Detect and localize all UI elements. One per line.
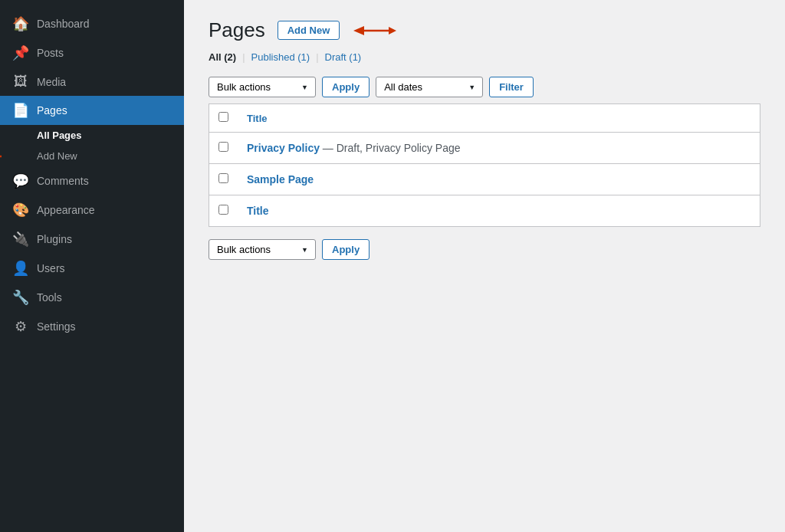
- select-all-checkbox[interactable]: [218, 112, 228, 122]
- sidebar-item-add-new[interactable]: Add New: [0, 146, 184, 166]
- bottom-bulk-actions-select[interactable]: Bulk actions Edit Move to Trash: [209, 239, 316, 260]
- sidebar-item-plugins[interactable]: 🔌 Plugins: [0, 225, 184, 254]
- table-row: Sample Page: [209, 164, 760, 195]
- all-dates-select[interactable]: All dates: [376, 77, 483, 97]
- footer-checkbox[interactable]: [218, 205, 228, 215]
- footer-title-label: Title: [247, 205, 269, 217]
- top-apply-button[interactable]: Apply: [322, 77, 370, 97]
- sidebar-submenu-pages: All Pages Add New: [0, 125, 184, 166]
- sidebar-item-posts[interactable]: 📌 Posts: [0, 38, 184, 67]
- add-new-button[interactable]: Add New: [278, 21, 340, 40]
- pages-table: Title Privacy Policy — Draft, Privacy Po…: [209, 103, 760, 227]
- row2-title-cell: Sample Page: [238, 164, 760, 195]
- footer-checkbox-cell: [209, 195, 238, 227]
- title-header: Title: [238, 104, 760, 133]
- pages-icon: 📄: [12, 102, 29, 119]
- filter-button[interactable]: Filter: [489, 77, 534, 97]
- row2-checkbox-cell: [209, 164, 238, 195]
- table-header-row: Title: [209, 104, 760, 133]
- sidebar-label-tools: Tools: [37, 291, 62, 304]
- sidebar-item-appearance[interactable]: 🎨 Appearance: [0, 195, 184, 225]
- row1-checkbox[interactable]: [218, 142, 228, 152]
- sidebar-label-dashboard: Dashboard: [37, 18, 90, 30]
- sidebar-item-users[interactable]: 👤 Users: [0, 254, 184, 283]
- page-title: Pages: [209, 18, 265, 42]
- row1-title-link[interactable]: Privacy Policy: [247, 142, 320, 154]
- add-new-sidebar-label: Add New: [37, 150, 77, 162]
- row1-checkbox-cell: [209, 133, 238, 164]
- sidebar-item-dashboard[interactable]: 🏠 Dashboard: [0, 9, 184, 38]
- settings-icon: ⚙: [12, 318, 29, 335]
- header-checkbox-cell: [209, 104, 238, 133]
- row2-title-link[interactable]: Sample Page: [247, 173, 314, 186]
- tools-icon: 🔧: [12, 289, 29, 306]
- row2-checkbox[interactable]: [218, 173, 228, 183]
- bottom-bulk-actions-wrapper: Bulk actions Edit Move to Trash: [209, 239, 316, 260]
- top-toolbar: Bulk actions Edit Move to Trash Apply Al…: [209, 71, 760, 103]
- sidebar-item-pages[interactable]: 📄 Pages: [0, 96, 184, 125]
- sidebar: 🏠 Dashboard 📌 Posts 🖼 Media 📄 Pages All …: [0, 0, 184, 532]
- row1-title-cell: Privacy Policy — Draft, Privacy Policy P…: [238, 133, 760, 164]
- sidebar-label-pages: Pages: [37, 104, 67, 117]
- posts-icon: 📌: [12, 44, 29, 61]
- plugins-icon: 🔌: [12, 231, 29, 248]
- bottom-apply-button[interactable]: Apply: [322, 239, 370, 260]
- main-content: Pages Add New All (2) | Published (1) | …: [184, 0, 785, 532]
- svg-marker-3: [389, 27, 396, 34]
- all-dates-wrapper: All dates: [376, 77, 483, 97]
- filter-draft[interactable]: Draft (1): [325, 51, 362, 63]
- svg-marker-4: [353, 26, 364, 35]
- sidebar-item-media[interactable]: 🖼 Media: [0, 67, 184, 96]
- sidebar-label-settings: Settings: [37, 320, 76, 333]
- add-new-arrow: [0, 149, 6, 163]
- sidebar-label-posts: Posts: [37, 47, 64, 59]
- table-row: Privacy Policy — Draft, Privacy Policy P…: [209, 133, 760, 164]
- sidebar-item-tools[interactable]: 🔧 Tools: [0, 283, 184, 312]
- sidebar-item-settings[interactable]: ⚙ Settings: [0, 312, 184, 341]
- sidebar-label-appearance: Appearance: [37, 204, 95, 216]
- filter-published[interactable]: Published (1): [251, 51, 310, 63]
- bulk-actions-wrapper: Bulk actions Edit Move to Trash: [209, 77, 316, 97]
- media-icon: 🖼: [12, 74, 29, 90]
- sidebar-label-users: Users: [37, 262, 65, 274]
- filter-bar: All (2) | Published (1) | Draft (1): [209, 51, 760, 63]
- table-footer-title-row: Title: [209, 195, 760, 227]
- users-icon: 👤: [12, 260, 29, 277]
- row1-meta: — Draft, Privacy Policy Page: [323, 142, 461, 154]
- sidebar-item-all-pages[interactable]: All Pages: [0, 125, 184, 146]
- sidebar-item-comments[interactable]: 💬 Comments: [0, 166, 184, 195]
- filter-all[interactable]: All (2): [209, 51, 236, 63]
- all-pages-label: All Pages: [37, 130, 82, 141]
- dashboard-icon: 🏠: [12, 15, 29, 32]
- footer-title-cell: Title: [238, 195, 760, 227]
- sidebar-label-media: Media: [37, 76, 66, 88]
- sidebar-label-plugins: Plugins: [37, 233, 72, 245]
- title-sort-link[interactable]: Title: [247, 113, 268, 124]
- comments-icon: 💬: [12, 172, 29, 189]
- sidebar-label-comments: Comments: [37, 175, 89, 187]
- add-new-header-arrow: [353, 23, 396, 38]
- page-header: Pages Add New: [209, 18, 760, 42]
- appearance-icon: 🎨: [12, 202, 29, 218]
- bottom-toolbar: Bulk actions Edit Move to Trash Apply: [209, 233, 760, 266]
- bulk-actions-select[interactable]: Bulk actions Edit Move to Trash: [209, 77, 316, 97]
